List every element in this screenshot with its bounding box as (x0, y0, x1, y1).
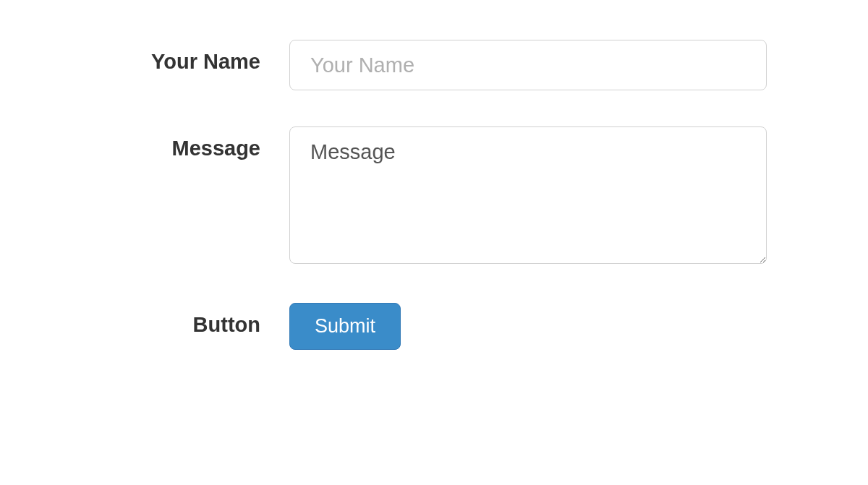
message-input-col (289, 126, 767, 267)
button-row: Button Submit (65, 303, 803, 350)
button-input-col: Submit (289, 303, 767, 350)
contact-form: Your Name Message Button Submit (0, 0, 868, 390)
message-label: Message (171, 137, 260, 160)
message-label-col: Message (65, 126, 289, 160)
button-label: Button (193, 313, 260, 336)
name-row: Your Name (65, 40, 803, 90)
name-label-col: Your Name (65, 40, 289, 74)
message-textarea[interactable] (289, 126, 767, 264)
message-row: Message (65, 126, 803, 267)
submit-button[interactable]: Submit (289, 303, 401, 350)
name-input[interactable] (289, 40, 767, 90)
button-label-col: Button (65, 303, 289, 337)
name-label: Your Name (151, 50, 260, 73)
name-input-col (289, 40, 767, 90)
